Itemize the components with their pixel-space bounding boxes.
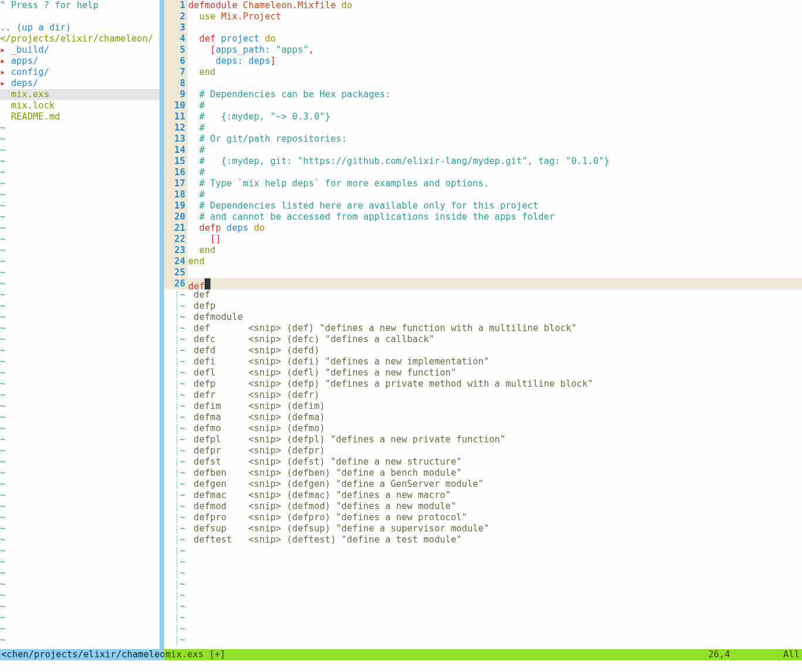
completion-item[interactable]: |~ defp <snip> (defp) "defines a private… [164, 378, 802, 390]
tilde-line: |~ [164, 612, 802, 623]
status-nerdtree-path: <chen/projects/elixir/chameleon [0, 649, 164, 660]
comment: # {:mydep, git: "https://github.com/elix… [188, 156, 610, 167]
tilde-line: |~ [164, 568, 802, 579]
tilde-line: ~ [0, 134, 159, 145]
tilde-line: |~ [164, 623, 802, 635]
line-number: 10 [164, 100, 188, 111]
completion-item[interactable]: |~ def [164, 289, 802, 301]
cursor [205, 278, 210, 289]
tree-dir[interactable]: ▸ _build/ [0, 45, 159, 56]
completion-item[interactable]: |~ def <snip> (def) "defines a new funct… [164, 323, 802, 334]
up-dir[interactable]: .. (up a dir) [0, 22, 159, 33]
tilde-line: |~ [164, 601, 802, 612]
tilde-line: ~ [0, 245, 159, 256]
completion-text: defmod <snip> (defmod) "defines a new mo… [188, 501, 802, 512]
popup-gutter: |~ [164, 301, 188, 312]
completion-item[interactable]: |~ defgen <snip> (defgen) "define a GenS… [164, 479, 802, 490]
popup-gutter: |~ [164, 423, 188, 434]
completion-item[interactable]: |~ defmod <snip> (defmod) "defines a new… [164, 501, 802, 512]
tilde-line: |~ [164, 545, 802, 557]
line-number: 23 [164, 245, 188, 256]
atom-apps-path: apps_path: [216, 45, 270, 55]
tilde-line: ~ [0, 289, 159, 301]
completion-text: defsup <snip> (defsup) "define a supervi… [188, 523, 802, 534]
chevron-right-icon: ▸ [0, 78, 11, 88]
chevron-right-icon: ▸ [0, 56, 11, 66]
line-number: 6 [164, 56, 188, 67]
line-number: 1 [164, 0, 188, 11]
tree-dir[interactable]: ▸ config/ [0, 67, 159, 78]
completion-text: defpl <snip> (defpl) "defines a new priv… [188, 434, 802, 445]
code-editor[interactable]: 1defmodule Chameleon.Mixfile do 2 use Mi… [164, 0, 802, 649]
completion-item[interactable]: |~ defpro <snip> (defpro) "defines a new… [164, 512, 802, 523]
tilde-line: ~ [0, 278, 159, 289]
comment: # [188, 167, 205, 178]
tilde-line: ~ [0, 512, 159, 523]
completion-text: defma <snip> (defma) [188, 412, 802, 423]
completion-item[interactable]: |~ defr <snip> (defr) [164, 390, 802, 401]
window-split[interactable] [159, 0, 164, 649]
tilde-line: ~ [0, 178, 159, 189]
completion-item[interactable]: |~ defl <snip> (defl) "defines a new fun… [164, 367, 802, 378]
completion-text: defgen <snip> (defgen) "define a GenServ… [188, 479, 802, 490]
line-number: 25 [164, 267, 188, 278]
line-number: 14 [164, 145, 188, 156]
popup-gutter: |~ [164, 490, 188, 501]
completion-item[interactable]: |~ defst <snip> (defst) "define a new st… [164, 456, 802, 468]
popup-gutter: |~ [164, 445, 188, 456]
completion-item[interactable]: |~ defp [164, 301, 802, 312]
completion-item[interactable]: |~ defmac <snip> (defmac) "defines a new… [164, 490, 802, 501]
completion-item[interactable]: |~ defsup <snip> (defsup) "define a supe… [164, 523, 802, 534]
popup-gutter: |~ [164, 390, 188, 401]
line-number: 22 [164, 234, 188, 245]
kw-end: end [188, 256, 205, 267]
tilde-line: ~ [0, 356, 159, 367]
popup-gutter: |~ [164, 434, 188, 445]
tilde-line: ~ [0, 378, 159, 390]
tilde-line: ~ [0, 412, 159, 423]
nerdtree-sidebar[interactable]: " Press ? for help .. (up a dir) </proje… [0, 0, 159, 649]
kw-defp: defp [199, 223, 221, 233]
chevron-right-icon: ▸ [0, 67, 11, 77]
comment: # {:mydep, "~> 0.3.0"} [188, 111, 331, 122]
kw-use: use [199, 11, 216, 22]
completion-item[interactable]: |~ defben <snip> (defben) "define a benc… [164, 468, 802, 479]
tilde-line: ~ [0, 523, 159, 534]
completion-text: defmac <snip> (defmac) "defines a new ma… [188, 490, 802, 501]
completion-item[interactable]: |~ defc <snip> (defc) "defines a callbac… [164, 334, 802, 345]
tilde-line: ~ [0, 434, 159, 445]
tilde-line: ~ [0, 490, 159, 501]
completion-item[interactable]: |~ defpr <snip> (defpr) [164, 445, 802, 456]
completion-item[interactable]: |~ defmo <snip> (defmo) [164, 423, 802, 434]
tree-file[interactable]: mix.exs [0, 89, 159, 100]
status-percent: All [773, 649, 802, 660]
popup-gutter: |~ [164, 378, 188, 390]
root-path[interactable]: </projects/elixir/chameleon/ [0, 33, 159, 45]
completion-item[interactable]: |~ defim <snip> (defim) [164, 401, 802, 412]
tree-dir[interactable]: ▸ apps/ [0, 56, 159, 67]
tree-file[interactable]: mix.lock [0, 100, 159, 111]
completion-text: defmodule [188, 312, 802, 323]
tilde-line: |~ [164, 590, 802, 601]
completion-text: defpro <snip> (defpro) "defines a new pr… [188, 512, 802, 523]
completion-item[interactable]: |~ defi <snip> (defi) "defines a new imp… [164, 356, 802, 367]
tilde-line: ~ [0, 312, 159, 323]
completion-item[interactable]: |~ defmodule [164, 312, 802, 323]
tilde-line: ~ [0, 156, 159, 167]
tree-file[interactable]: README.md [0, 111, 159, 122]
popup-gutter: |~ [164, 334, 188, 345]
completion-item[interactable]: |~ deftest <snip> (deftest) "define a te… [164, 534, 802, 545]
comment: # and cannot be accessed from applicatio… [188, 212, 555, 223]
popup-gutter: |~ [164, 356, 188, 367]
completion-text: defben <snip> (defben) "define a bench m… [188, 468, 802, 479]
tree-dir[interactable]: ▸ deps/ [0, 78, 159, 89]
completion-text: defst <snip> (defst) "define a new struc… [188, 456, 802, 468]
completion-item[interactable]: |~ defd <snip> (defd) [164, 345, 802, 356]
cursor-line[interactable]: def [188, 278, 802, 289]
tilde-line: ~ [0, 390, 159, 401]
fn-deps: deps [221, 223, 249, 233]
completion-item[interactable]: |~ defma <snip> (defma) [164, 412, 802, 423]
completion-item[interactable]: |~ defpl <snip> (defpl) "defines a new p… [164, 434, 802, 445]
line-number: 7 [164, 67, 188, 78]
completion-popup[interactable]: |~ def|~ defp|~ defmodule|~ def <snip> (… [164, 289, 802, 545]
